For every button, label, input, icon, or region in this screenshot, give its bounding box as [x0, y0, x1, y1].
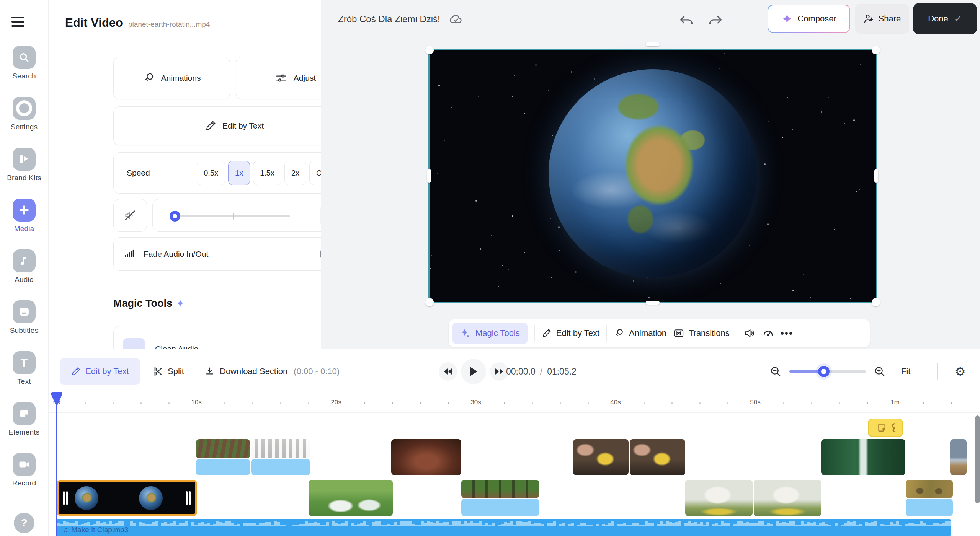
canvas-magic-tools-button[interactable]: Magic Tools	[452, 323, 528, 344]
speed-option-0.5x[interactable]: 0.5x	[197, 161, 225, 185]
search-icon	[13, 46, 36, 69]
canvas-more-button[interactable]: •••	[781, 327, 793, 339]
timeline-ruler[interactable]: 0s10s20s30s40s50s1m	[48, 394, 980, 413]
playhead-line	[56, 394, 57, 536]
sidebar-item-elements[interactable]: Elements	[0, 402, 48, 437]
edit-by-text-label: Edit by Text	[222, 121, 264, 130]
redo-button[interactable]	[707, 15, 724, 28]
undo-button[interactable]	[678, 15, 694, 28]
speed-option-1.5x[interactable]: 1.5x	[253, 161, 281, 185]
timeline-clip[interactable]	[906, 480, 953, 516]
edit-by-text-button[interactable]: Edit by Text	[113, 106, 321, 145]
sidebar-item-subtitles[interactable]: Subtitles	[0, 300, 48, 335]
sidebar-item-audio[interactable]: Audio	[0, 249, 48, 284]
selection-handle-bottom-left[interactable]	[425, 298, 434, 306]
pencil-icon	[205, 120, 216, 132]
animation-icon	[614, 328, 624, 339]
audio-track[interactable]: ♫ Make It Clap.mp3	[57, 519, 951, 536]
selection-handle-right[interactable]	[874, 169, 878, 183]
project-title[interactable]: Zrób Coś Dla Ziemi Dziś!	[338, 14, 440, 24]
timeline-clip[interactable]	[309, 480, 393, 516]
timeline-clip[interactable]	[685, 480, 821, 516]
zoom-out-icon[interactable]	[769, 365, 782, 378]
pencil-icon	[542, 328, 552, 338]
timeline-clip[interactable]	[950, 439, 967, 475]
canvas-edit-by-text-button[interactable]: Edit by Text	[542, 328, 599, 338]
download-range: (0:00 - 0:10)	[294, 367, 340, 376]
selection-handle-bottom-right[interactable]	[872, 298, 880, 306]
fast-forward-button[interactable]	[490, 362, 508, 381]
speed-option-2x[interactable]: 2x	[284, 161, 306, 185]
sidebar-item-label: Search	[12, 72, 36, 80]
clean-audio-card[interactable]: Clean Audio	[113, 326, 321, 349]
help-button[interactable]: ?	[14, 513, 34, 533]
zoom-slider-handle[interactable]	[818, 366, 830, 377]
audio-filename: Make It Clap.mp3	[71, 526, 128, 534]
magic-tools-heading: Magic Tools ✦	[113, 298, 185, 310]
speed-option-Custom[interactable]: Custom	[309, 161, 321, 185]
canvas-transitions-button[interactable]: Transitions	[673, 328, 730, 339]
animations-button[interactable]: Animations	[113, 57, 230, 99]
sidebar-item-brand-kits[interactable]: Brand Kits	[0, 148, 48, 182]
selection-handle-top[interactable]	[646, 42, 660, 46]
speed-gauge-icon	[762, 327, 774, 339]
pencil-icon	[71, 367, 81, 376]
canvas-magic-tools-label: Magic Tools	[475, 328, 520, 338]
toolbar-divider	[737, 325, 737, 342]
adjust-button[interactable]: Adjust	[236, 57, 321, 99]
split-button[interactable]: Split	[152, 358, 184, 385]
canvas-transitions-label: Transitions	[689, 328, 730, 338]
selection-handle-left[interactable]	[427, 169, 431, 183]
timeline-clip[interactable]	[391, 439, 461, 475]
canvas-animation-button[interactable]: Animation	[614, 328, 666, 339]
share-button[interactable]: Share	[855, 4, 909, 34]
sidebar-item-record[interactable]: Record	[0, 453, 48, 487]
volume-slider[interactable]	[171, 215, 290, 217]
fade-audio-card: Fade Audio In/Out	[113, 237, 321, 271]
rewind-button[interactable]	[439, 362, 457, 381]
mute-button[interactable]	[113, 199, 147, 232]
subtitles-icon	[13, 300, 36, 323]
composer-button[interactable]: Composer	[768, 5, 850, 33]
sticker-badge[interactable]	[868, 419, 903, 437]
fade-audio-toggle[interactable]	[320, 248, 321, 261]
speed-option-1x[interactable]: 1x	[228, 161, 250, 185]
timeline-edit-by-text-button[interactable]: Edit by Text	[60, 358, 140, 385]
toolbar-divider	[534, 325, 535, 342]
timeline-clip[interactable]	[573, 439, 685, 475]
sidebar-item-media[interactable]: Media	[0, 199, 48, 233]
volume-slider-handle[interactable]	[170, 211, 180, 222]
menu-button[interactable]	[11, 17, 24, 27]
timeline-vertical-scrollbar[interactable]	[975, 415, 980, 503]
selection-handle-bottom[interactable]	[646, 301, 660, 305]
text-icon: T	[13, 351, 36, 374]
sidebar-item-text[interactable]: TText	[0, 351, 48, 386]
timeline-clip-selected[interactable]	[57, 480, 197, 516]
audio-icon	[13, 249, 36, 272]
speed-label: Speed	[127, 168, 197, 178]
canvas-volume-button[interactable]	[744, 327, 755, 339]
selection-handle-top-right[interactable]	[872, 46, 880, 54]
done-button[interactable]: Done ✓	[913, 3, 977, 34]
sidebar-item-search[interactable]: Search	[0, 46, 48, 80]
sidebar-item-settings[interactable]: Settings	[0, 97, 48, 131]
play-button[interactable]	[461, 359, 486, 384]
timeline-clip[interactable]	[251, 439, 310, 475]
timeline-clip[interactable]	[461, 480, 539, 516]
canvas-speed-button[interactable]	[762, 327, 774, 339]
selection-handle-top-left[interactable]	[425, 46, 434, 54]
sidebar-item-label: Text	[17, 377, 31, 386]
timeline-edit-by-text-label: Edit by Text	[85, 367, 129, 376]
zoom-in-icon[interactable]	[874, 365, 886, 378]
music-note-icon: ♫	[63, 526, 68, 534]
video-canvas[interactable]	[430, 50, 876, 302]
clean-audio-icon	[123, 338, 145, 349]
volume-slider-card: 0%	[152, 199, 321, 232]
timeline-zoom-slider[interactable]	[789, 370, 866, 373]
timeline-clip[interactable]	[821, 439, 905, 475]
fit-button[interactable]: Fit	[901, 358, 910, 385]
timeline-settings-button[interactable]: ⚙	[955, 358, 966, 385]
download-section-button[interactable]: Download Section (0:00 - 0:10)	[204, 358, 340, 385]
timeline-clip[interactable]	[196, 439, 250, 475]
split-label: Split	[168, 367, 184, 376]
